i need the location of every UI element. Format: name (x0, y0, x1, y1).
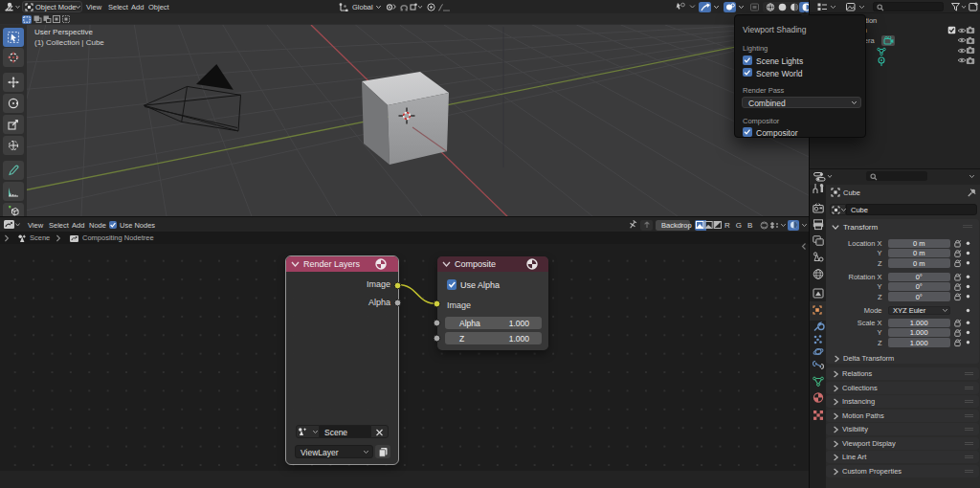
svg-text:(1) Collection | Cube: (1) Collection | Cube (34, 38, 104, 47)
svg-text:User Perspective: User Perspective (34, 28, 93, 36)
